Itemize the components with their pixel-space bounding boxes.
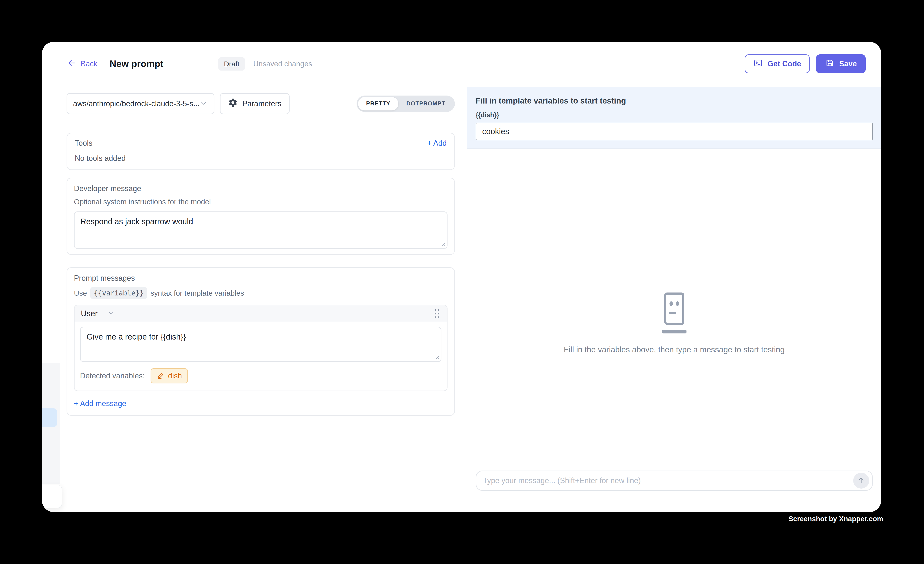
chat-empty-text: Fill in the variables above, then type a… (564, 345, 785, 354)
chevron-down-icon (107, 309, 115, 318)
prompt-messages-title: Prompt messages (74, 274, 447, 283)
developer-message-textarea[interactable]: Respond as jack sparrow would (74, 212, 447, 249)
chat-message-input[interactable] (483, 476, 853, 485)
prompt-messages-card: Prompt messages Use {{variable}} syntax … (67, 267, 455, 416)
resize-handle-icon[interactable] (440, 241, 446, 246)
variable-value-input[interactable] (476, 123, 873, 140)
terminal-icon (753, 58, 763, 70)
message-role-select[interactable]: User (81, 309, 115, 318)
app-window: Back New prompt Draft Unsaved changes Ge… (42, 42, 881, 512)
developer-message-title: Developer message (74, 184, 447, 193)
chat-empty-state: Fill in the variables above, then type a… (564, 292, 785, 354)
drag-handle-icon[interactable] (434, 308, 441, 319)
tools-card: Tools + Add No tools added (67, 133, 455, 170)
resize-handle-icon[interactable] (434, 354, 440, 360)
header: Back New prompt Draft Unsaved changes Ge… (42, 42, 881, 86)
send-arrow-icon (857, 476, 866, 485)
detected-variables-label: Detected variables: (80, 372, 145, 380)
edit-pencil-icon (157, 372, 165, 380)
tools-empty-text: No tools added (75, 154, 447, 163)
save-icon (825, 58, 834, 70)
send-button[interactable] (853, 472, 869, 489)
back-label: Back (81, 59, 98, 68)
chat-input-bar (467, 462, 881, 512)
variables-section-title: Fill in template variables to start test… (476, 96, 873, 105)
gear-icon (228, 98, 238, 110)
model-row: aws/anthropic/bedrock-claude-3-5-s... Pa… (67, 93, 455, 114)
test-panel: Fill in template variables to start test… (467, 87, 881, 512)
watermark: Screenshot by Xnapper.com (789, 515, 883, 523)
back-arrow-icon (67, 58, 76, 70)
cropped-selected-item[interactable] (42, 408, 57, 427)
variable-badge-label: dish (168, 372, 182, 380)
parameters-button[interactable]: Parameters (220, 93, 290, 114)
get-code-button[interactable]: Get Code (745, 54, 810, 73)
cropped-popover (42, 484, 62, 508)
toggle-dotprompt[interactable]: DOTPROMPT (398, 97, 453, 111)
model-selector-value: aws/anthropic/bedrock-claude-3-5-s... (73, 99, 200, 108)
message-role-value: User (81, 309, 98, 318)
chat-area: Fill in the variables above, then type a… (467, 149, 881, 462)
chevron-down-icon (200, 99, 208, 108)
parameters-label: Parameters (242, 99, 281, 108)
template-variables-section: Fill in template variables to start test… (467, 87, 881, 149)
model-selector[interactable]: aws/anthropic/bedrock-claude-3-5-s... (67, 93, 214, 114)
developer-message-card: Developer message Optional system instru… (67, 178, 455, 255)
developer-message-subtitle: Optional system instructions for the mod… (74, 198, 447, 206)
prompt-editor-panel: aws/anthropic/bedrock-claude-3-5-s... Pa… (42, 87, 467, 512)
variable-syntax-chip: {{variable}} (90, 287, 147, 299)
tools-title: Tools (75, 139, 92, 148)
get-code-label: Get Code (768, 59, 801, 68)
detected-variables-row: Detected variables: dish (75, 362, 447, 390)
robot-icon (661, 292, 687, 335)
message-header: User (75, 305, 447, 322)
save-button[interactable]: Save (816, 54, 866, 73)
message-block: User Give me a recipe for {{dish}} (74, 304, 447, 391)
variable-badge-dish[interactable]: dish (151, 368, 188, 383)
add-tool-button[interactable]: + Add (427, 139, 447, 148)
hint-prefix: Use (74, 289, 87, 297)
unsaved-changes-note: Unsaved changes (253, 60, 312, 68)
add-message-button[interactable]: + Add message (74, 399, 126, 408)
back-button[interactable]: Back (67, 58, 98, 70)
hint-suffix: syntax for template variables (151, 289, 244, 297)
template-syntax-hint: Use {{variable}} syntax for template var… (74, 287, 447, 299)
toggle-pretty[interactable]: PRETTY (358, 97, 398, 111)
format-toggle: PRETTY DOTPROMPT (357, 96, 455, 112)
variable-name-label: {{dish}} (476, 111, 873, 119)
chat-input-container (476, 471, 873, 491)
status-badge: Draft (218, 57, 245, 70)
save-label: Save (839, 59, 857, 68)
screenshot-canvas: { "window": { "header": { "back_label": … (0, 0, 924, 564)
message-textarea[interactable]: Give me a recipe for {{dish}} (80, 327, 441, 362)
page-title: New prompt (110, 58, 164, 69)
